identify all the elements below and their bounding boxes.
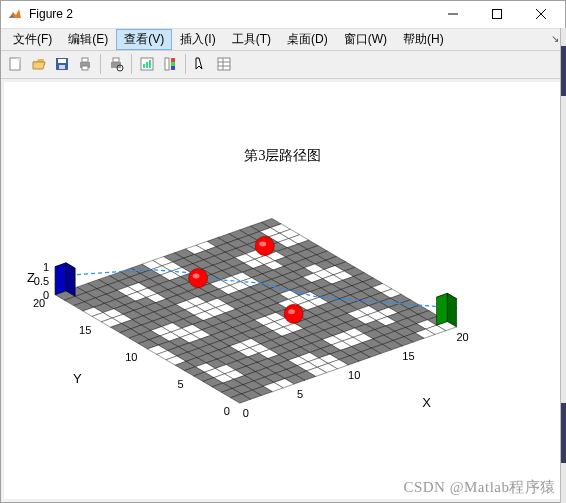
menu-tools[interactable]: 工具(T)	[224, 29, 279, 50]
svg-text:10: 10	[125, 350, 137, 362]
svg-point-439	[288, 309, 295, 314]
svg-rect-22	[171, 66, 175, 70]
svg-rect-8	[59, 65, 65, 69]
svg-rect-11	[82, 66, 88, 70]
maximize-button[interactable]	[475, 1, 519, 27]
svg-text:15: 15	[79, 323, 91, 335]
svg-rect-16	[143, 64, 145, 68]
dock-strip	[560, 28, 566, 503]
minimize-button[interactable]	[431, 1, 475, 27]
svg-point-437	[259, 241, 266, 246]
menu-view[interactable]: 查看(V)	[116, 29, 172, 50]
open-button[interactable]	[28, 53, 50, 75]
print-button[interactable]	[74, 53, 96, 75]
toolbar-separator	[185, 54, 186, 74]
property-inspector-button[interactable]	[213, 53, 235, 75]
svg-rect-17	[146, 62, 148, 68]
svg-text:1: 1	[43, 260, 49, 272]
svg-rect-10	[82, 58, 88, 62]
figure-area: 第3层路径图051015200510152000.51XYZ	[1, 79, 565, 502]
menu-insert[interactable]: 插入(I)	[172, 29, 223, 50]
menu-overflow-icon[interactable]: ↘	[551, 33, 559, 44]
svg-marker-429	[55, 262, 66, 294]
svg-point-435	[193, 273, 200, 278]
svg-text:0: 0	[224, 405, 230, 417]
axes-canvas[interactable]: 第3层路径图051015200510152000.51XYZ	[4, 82, 562, 499]
svg-rect-13	[113, 58, 119, 62]
svg-text:10: 10	[348, 369, 360, 381]
svg-text:Z: Z	[27, 269, 35, 284]
svg-text:5: 5	[297, 388, 303, 400]
print-preview-button[interactable]	[105, 53, 127, 75]
svg-marker-432	[437, 293, 448, 325]
edit-plot-button[interactable]	[190, 53, 212, 75]
close-button[interactable]	[519, 1, 563, 27]
toolbar-separator	[131, 54, 132, 74]
svg-text:0: 0	[43, 288, 49, 300]
svg-text:Y: Y	[73, 371, 82, 386]
svg-marker-430	[66, 262, 75, 296]
svg-rect-19	[165, 58, 169, 70]
svg-rect-7	[58, 59, 66, 63]
toolbar	[1, 51, 565, 79]
window-title: Figure 2	[29, 7, 431, 21]
figure-window: Figure 2 文件(F) 编辑(E) 查看(V) 插入(I) 工具(T) 桌…	[0, 0, 566, 503]
insert-colorbar-button[interactable]	[159, 53, 181, 75]
svg-text:0: 0	[243, 407, 249, 419]
menubar: 文件(F) 编辑(E) 查看(V) 插入(I) 工具(T) 桌面(D) 窗口(W…	[1, 29, 565, 51]
svg-rect-21	[171, 62, 175, 66]
svg-marker-433	[447, 293, 456, 327]
menu-file[interactable]: 文件(F)	[5, 29, 60, 50]
menu-desktop[interactable]: 桌面(D)	[279, 29, 336, 50]
svg-rect-18	[149, 60, 151, 68]
new-figure-button[interactable]	[5, 53, 27, 75]
matlab-app-icon	[7, 6, 23, 22]
titlebar: Figure 2	[1, 1, 565, 29]
menu-help[interactable]: 帮助(H)	[395, 29, 452, 50]
svg-text:X: X	[422, 394, 431, 409]
link-plot-button[interactable]	[136, 53, 158, 75]
svg-text:5: 5	[178, 378, 184, 390]
toolbar-separator	[100, 54, 101, 74]
svg-text:20: 20	[457, 330, 469, 342]
save-button[interactable]	[51, 53, 73, 75]
menu-window[interactable]: 窗口(W)	[336, 29, 395, 50]
svg-rect-1	[493, 10, 502, 19]
svg-rect-23	[218, 58, 230, 70]
svg-text:15: 15	[402, 349, 414, 361]
menu-edit[interactable]: 编辑(E)	[60, 29, 116, 50]
svg-text:第3层路径图: 第3层路径图	[244, 147, 321, 163]
svg-text:0.5: 0.5	[34, 274, 49, 286]
